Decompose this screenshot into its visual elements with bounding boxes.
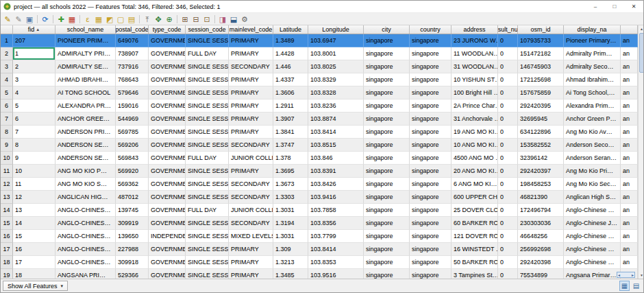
column-header-postal_code[interactable]: postal_code — [116, 25, 149, 34]
cell-type_code[interactable]: GOVERNMENT… — [149, 86, 186, 99]
cell-session_code[interactable]: SINGLE SESSION — [186, 126, 229, 139]
cell-osm_id[interactable]: 146745903 — [518, 60, 564, 73]
cell-osm_id[interactable]: 32396142 — [518, 152, 564, 165]
column-header-osm_id[interactable]: osm_id — [518, 25, 564, 34]
cell-session_code[interactable]: FULL DAY — [186, 152, 229, 165]
cell-address[interactable]: 16 WINSTEDT … — [451, 243, 498, 256]
cell-partial[interactable]: an — [621, 230, 638, 243]
cell-osm_id[interactable]: 157675859 — [518, 86, 564, 99]
select-by-expression-icon[interactable]: ε — [82, 14, 93, 25]
cell-partial[interactable]: an — [621, 47, 638, 60]
cell-Latitude[interactable]: 1.3031 — [273, 230, 308, 243]
new-field-icon[interactable]: ⊞ — [179, 14, 190, 25]
cell-osm_id[interactable]: 292420397 — [518, 165, 564, 178]
cell-address[interactable]: 60 BARKER RO… — [451, 217, 498, 230]
cell-osm_id[interactable]: 292420395 — [518, 99, 564, 113]
cell-display_na[interactable]: Anglo-Chinese … — [564, 230, 621, 243]
cell-display_na[interactable]: Anchor Green P… — [564, 113, 621, 126]
cell-address[interactable]: 121 DOVER RO… — [451, 230, 498, 243]
cell-country[interactable]: singapore — [410, 47, 451, 60]
cell-postal_code[interactable]: 487012 — [116, 191, 149, 204]
cell-partial[interactable]: an — [621, 152, 638, 165]
close-button[interactable]: ✕ — [624, 1, 643, 12]
cell-session_code[interactable]: SINGLE SESSION — [186, 113, 229, 126]
cell-country[interactable]: singapore — [410, 126, 451, 139]
cell-address[interactable]: 10 YISHUN ST… — [451, 73, 498, 86]
row-number[interactable]: 7 — [1, 113, 13, 126]
column-header-display_na[interactable]: display_na — [564, 25, 621, 34]
cell-result_num[interactable]: 0 — [498, 152, 518, 165]
cell-display_na[interactable]: Angsana Primar… — [564, 269, 621, 279]
feature-filter-button[interactable]: Show All Features ▾ — [3, 281, 68, 291]
cell-osm_id[interactable]: 230303036 — [518, 217, 564, 230]
cell-country[interactable]: singapore — [410, 73, 451, 86]
cell-partial[interactable]: an — [621, 60, 638, 73]
cell-display_na[interactable]: Anglo-Chinese … — [564, 204, 621, 217]
cell-postal_code[interactable]: 569843 — [116, 152, 149, 165]
cell-address[interactable]: 11 WOODLAN… — [451, 47, 498, 60]
cell-postal_code[interactable]: 737916 — [116, 60, 149, 73]
cell-school_name[interactable]: ANGLO-CHINES… — [55, 204, 116, 217]
cell-result_num[interactable]: 0 — [498, 34, 518, 47]
cell-Longitude[interactable]: 103.8414 — [308, 126, 364, 139]
cell-display_na[interactable]: Ang Mo Kio Sec… — [564, 178, 621, 191]
cell-partial[interactable]: an — [621, 178, 638, 191]
row-number[interactable]: 13 — [1, 191, 13, 204]
row-number[interactable]: 3 — [1, 60, 13, 73]
scroll-right-icon[interactable]: ▸ — [632, 272, 634, 277]
cell-postal_code[interactable]: 569785 — [116, 126, 149, 139]
cell-school_name[interactable]: ANGSANA PRI… — [55, 269, 116, 279]
cell-fid[interactable]: 15 — [13, 230, 55, 243]
cell-country[interactable]: singapore — [410, 269, 451, 279]
cell-mainlevel_code[interactable]: PRIMARY — [229, 99, 273, 113]
multi-edit-icon[interactable]: ✎ — [13, 14, 24, 25]
cell-city[interactable]: singapore — [364, 191, 410, 204]
cell-mainlevel_code[interactable]: MIXED LEVELS — [229, 230, 273, 243]
cell-school_name[interactable]: ANGLICAN HIG… — [55, 191, 116, 204]
cell-Longitude[interactable]: 103.8356 — [308, 217, 364, 230]
zoom-to-selection-icon[interactable]: ⊕ — [164, 14, 175, 25]
cell-type_code[interactable]: GOVERNMENT… — [149, 217, 186, 230]
row-number[interactable]: 14 — [1, 204, 13, 217]
cell-fid[interactable]: 10 — [13, 165, 55, 178]
minimize-button[interactable]: – — [586, 1, 605, 12]
row-number[interactable]: 2 — [1, 47, 13, 60]
cell-postal_code[interactable]: 768643 — [116, 73, 149, 86]
row-number[interactable]: 8 — [1, 126, 13, 139]
cell-address[interactable]: 20 ANG MO KI… — [451, 165, 498, 178]
cell-city[interactable]: singapore — [364, 73, 410, 86]
cell-country[interactable]: singapore — [410, 191, 451, 204]
column-header-session_code[interactable]: session_code — [186, 25, 229, 34]
cell-type_code[interactable]: GOVERNMENT… — [149, 178, 186, 191]
form-view-button[interactable]: ▤ — [631, 281, 641, 291]
cell-osm_id[interactable]: 46821390 — [518, 191, 564, 204]
cell-city[interactable]: singapore — [364, 34, 410, 47]
cell-result_num[interactable]: 0 — [498, 99, 518, 113]
cell-Latitude[interactable]: 1.2911 — [273, 99, 308, 113]
cell-city[interactable]: singapore — [364, 204, 410, 217]
cell-partial[interactable]: an — [621, 99, 638, 113]
cell-session_code[interactable]: SINGLE SESSION — [186, 139, 229, 152]
cell-partial[interactable]: an — [621, 126, 638, 139]
cell-partial[interactable]: an — [621, 256, 638, 269]
cell-type_code[interactable]: INDEPENDENT… — [149, 230, 186, 243]
cell-partial[interactable]: an — [621, 34, 638, 47]
cell-country[interactable]: singapore — [410, 230, 451, 243]
cell-Longitude[interactable]: 103.8328 — [308, 86, 364, 99]
cell-mainlevel_code[interactable]: SECONDARY — [229, 217, 273, 230]
cell-session_code[interactable]: SINGLE SESSION — [186, 243, 229, 256]
cell-postal_code[interactable]: 738907 — [116, 47, 149, 60]
delete-field-icon[interactable]: ⊟ — [190, 14, 201, 25]
row-number[interactable]: 12 — [1, 178, 13, 191]
cell-Longitude[interactable]: 103.8391 — [308, 165, 364, 178]
cell-country[interactable]: singapore — [410, 86, 451, 99]
cell-session_code[interactable]: SINGLE SESSION — [186, 178, 229, 191]
cell-city[interactable]: singapore — [364, 126, 410, 139]
cell-type_code[interactable]: GOVERNMENT… — [149, 204, 186, 217]
cell-type_code[interactable]: GOVERNMENT… — [149, 99, 186, 113]
cell-fid[interactable]: 7 — [13, 126, 55, 139]
cell-fid[interactable]: 16 — [13, 243, 55, 256]
cell-Longitude[interactable]: 103.8353 — [308, 256, 364, 269]
cell-Longitude[interactable]: 103.8329 — [308, 73, 364, 86]
cell-postal_code[interactable]: 569206 — [116, 139, 149, 152]
